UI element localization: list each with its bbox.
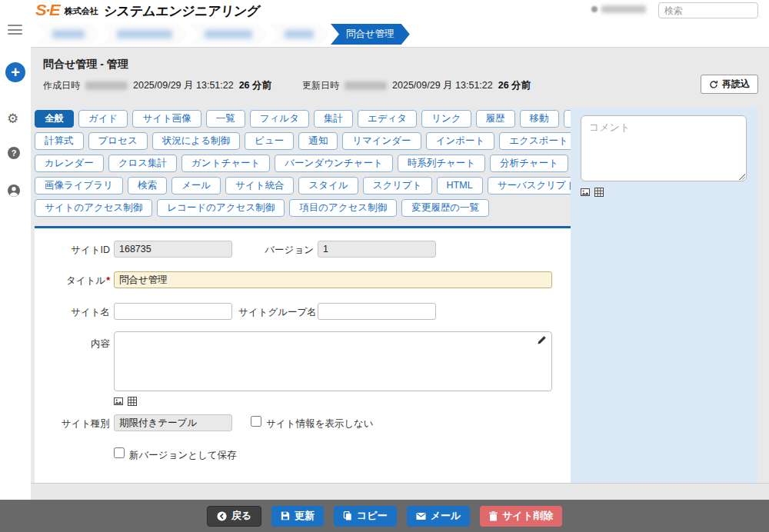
copy-button[interactable]: コピー bbox=[334, 506, 397, 527]
delete-site-button[interactable]: サイト削除 bbox=[480, 506, 562, 527]
insert-image-icon[interactable] bbox=[114, 397, 123, 406]
version-label: バージョン bbox=[238, 244, 314, 257]
hide-site-info-label: サイト情報を表示しない bbox=[266, 417, 374, 431]
tab-item[interactable]: リマインダー bbox=[342, 132, 421, 150]
hide-site-info-checkbox[interactable] bbox=[251, 416, 261, 427]
tab-item[interactable]: 検索 bbox=[128, 177, 167, 195]
comment-input[interactable] bbox=[581, 115, 747, 181]
created-datetime: 2025/09/29 月 13:51:22 bbox=[133, 79, 234, 92]
tab-item[interactable]: レコードのアクセス制御 bbox=[157, 199, 285, 217]
tab-item[interactable]: サイトのアクセス制御 bbox=[35, 199, 152, 217]
tab-item[interactable]: 履歴 bbox=[476, 110, 515, 128]
copy-label: コピー bbox=[357, 509, 388, 523]
tab-item[interactable]: スタイル bbox=[298, 177, 358, 195]
breadcrumb: 問合せ管理 bbox=[31, 22, 769, 48]
save-as-new-version-label: 新バージョンとして保存 bbox=[129, 449, 237, 462]
tab-item[interactable]: カレンダー bbox=[35, 155, 104, 172]
created-label: 作成日時 bbox=[43, 79, 80, 92]
save-as-new-version-checkbox[interactable] bbox=[114, 447, 125, 458]
command-bar: 戻る 更新 コピー メール bbox=[0, 500, 769, 532]
gear-icon[interactable]: ⚙ bbox=[7, 111, 18, 127]
tab-item[interactable]: ガントチャート bbox=[181, 155, 270, 172]
app-frame: S·E 株式会社 システムエンジニアリング 問合せ管理 + ⚙ ? bbox=[0, 0, 769, 532]
user-account-icon[interactable] bbox=[7, 184, 21, 201]
tab-row: 全般 ガイド サイト画像 一覧 フィルタ 集計 エディタ リンク 履歴 移動 サ… bbox=[35, 110, 573, 128]
help-icon[interactable]: ? bbox=[8, 147, 20, 159]
redacted-crumb-text bbox=[205, 30, 252, 38]
updated-label: 更新日時 bbox=[302, 79, 339, 92]
breadcrumb-item[interactable] bbox=[189, 24, 268, 45]
breadcrumb-item-active[interactable]: 問合せ管理 bbox=[331, 24, 410, 45]
version-field bbox=[318, 241, 436, 258]
redacted-crumb-text bbox=[52, 30, 85, 38]
comment-toolbar bbox=[581, 188, 604, 197]
main-content: 問合せ管理 - 管理 作成日時 2025/09/29 月 13:51:22 26… bbox=[31, 48, 769, 483]
site-name-field[interactable] bbox=[114, 303, 232, 320]
company-logo: S·E 株式会社 システムエンジニアリング bbox=[35, 1, 259, 21]
tab-item[interactable]: 通知 bbox=[298, 132, 338, 150]
tab-item[interactable]: 移動 bbox=[520, 110, 559, 128]
tab-item[interactable]: 分析チャート bbox=[490, 155, 568, 172]
comment-panel bbox=[571, 108, 757, 483]
breadcrumb-item[interactable] bbox=[102, 24, 188, 45]
tab-item-active[interactable]: 全般 bbox=[35, 110, 74, 128]
current-user[interactable] bbox=[591, 5, 646, 13]
body-field[interactable] bbox=[114, 331, 552, 391]
tab-item[interactable]: 集計 bbox=[314, 110, 353, 128]
insert-grid-icon[interactable] bbox=[594, 188, 604, 197]
tab-item[interactable]: HTML bbox=[437, 177, 483, 195]
left-sidebar: + ⚙ ? bbox=[0, 22, 31, 500]
tab-item[interactable]: リンク bbox=[421, 110, 471, 128]
new-item-button[interactable]: + bbox=[5, 62, 25, 82]
tab-item[interactable]: 画像ライブラリ bbox=[35, 177, 123, 195]
redacted-crumb-text bbox=[117, 30, 172, 38]
tab-item[interactable]: サイト統合 bbox=[225, 177, 294, 195]
tab-item[interactable]: プロセス bbox=[88, 132, 148, 150]
tab-item[interactable]: 変更履歴の一覧 bbox=[401, 199, 489, 217]
required-mark: * bbox=[106, 275, 110, 286]
settings-tabs: 全般 ガイド サイト画像 一覧 フィルタ 集計 エディタ リンク 履歴 移動 サ… bbox=[35, 110, 573, 221]
update-button[interactable]: 更新 bbox=[271, 506, 324, 527]
redacted-updated-user bbox=[345, 81, 387, 90]
mail-label: メール bbox=[431, 509, 461, 523]
back-button[interactable]: 戻る bbox=[207, 506, 261, 527]
insert-grid-icon[interactable] bbox=[128, 397, 137, 406]
tab-item[interactable]: ガイド bbox=[78, 110, 128, 128]
tab-item[interactable]: 時系列チャート bbox=[398, 155, 485, 172]
tab-item[interactable]: メール bbox=[171, 177, 221, 195]
breadcrumb-item[interactable] bbox=[269, 24, 329, 45]
edit-pencil-icon[interactable] bbox=[537, 335, 547, 345]
breadcrumb-item[interactable] bbox=[37, 24, 100, 45]
reload-button[interactable]: 再読込 bbox=[701, 75, 758, 94]
tab-item[interactable]: エクスポート bbox=[499, 132, 578, 150]
body-label: 内容 bbox=[35, 337, 110, 351]
search-input[interactable] bbox=[658, 2, 758, 18]
app-header: S·E 株式会社 システムエンジニアリング bbox=[0, 0, 769, 22]
title-field[interactable] bbox=[114, 271, 552, 288]
tab-item[interactable]: バーンダウンチャート bbox=[275, 155, 392, 172]
tab-item[interactable]: フィルタ bbox=[250, 110, 309, 128]
general-settings-panel: サイトID バージョン タイトル* サイト名 サイトグループ名 内容 bbox=[35, 228, 573, 483]
breadcrumb-active-label: 問合せ管理 bbox=[346, 28, 394, 41]
tab-item[interactable]: 項目のアクセス制御 bbox=[289, 199, 397, 217]
tab-row: 計算式 プロセス 状況による制御 ビュー 通知 リマインダー インポート エクス… bbox=[35, 132, 573, 150]
resize-handle[interactable] bbox=[739, 174, 745, 180]
save-icon bbox=[281, 511, 290, 520]
menu-icon[interactable] bbox=[8, 25, 22, 35]
tab-item[interactable]: サイト画像 bbox=[132, 110, 201, 128]
tab-item[interactable]: インポート bbox=[426, 132, 495, 150]
tab-item[interactable]: 状況による制御 bbox=[152, 132, 240, 150]
mail-button[interactable]: メール bbox=[407, 506, 471, 527]
tab-item[interactable]: ビュー bbox=[245, 132, 294, 150]
tab-row: サイトのアクセス制御 レコードのアクセス制御 項目のアクセス制御 変更履歴の一覧 bbox=[35, 199, 573, 217]
updated-ago: 26 分前 bbox=[498, 79, 531, 92]
tab-item[interactable]: 計算式 bbox=[35, 132, 84, 150]
company-prefix: 株式会社 bbox=[65, 5, 98, 17]
back-label: 戻る bbox=[231, 509, 251, 523]
insert-image-icon[interactable] bbox=[581, 188, 590, 197]
tab-item[interactable]: エディタ bbox=[358, 110, 417, 128]
site-group-field[interactable] bbox=[318, 303, 436, 320]
tab-item[interactable]: スクリプト bbox=[363, 177, 432, 195]
tab-item[interactable]: クロス集計 bbox=[108, 155, 177, 172]
tab-item[interactable]: 一覧 bbox=[206, 110, 245, 128]
